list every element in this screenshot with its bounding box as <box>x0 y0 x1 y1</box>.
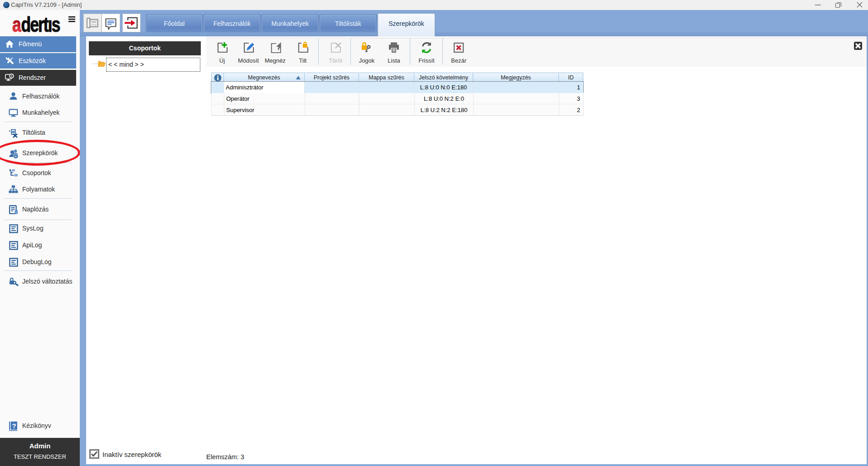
svg-text:a: a <box>12 15 21 34</box>
svg-text:dertıs: dertıs <box>21 15 60 34</box>
svg-text:?: ? <box>12 422 16 430</box>
